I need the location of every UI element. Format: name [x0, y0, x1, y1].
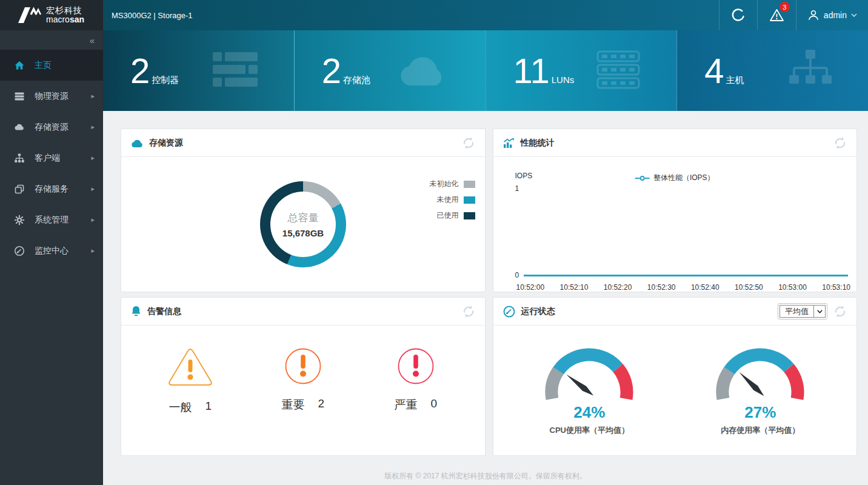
sidebar-item-storage-services[interactable]: 存储服务 ▸	[0, 173, 103, 204]
user-menu[interactable]: admin	[796, 0, 868, 30]
logo-english: macrosan	[46, 15, 84, 24]
stats-band: 2控制器 2存储池 11LUNs	[103, 30, 868, 111]
cpu-gauge: 24% CPU使用率（平均值）	[540, 341, 638, 436]
gauge-needle	[564, 372, 595, 398]
stat-label: 主机	[726, 75, 744, 86]
sidebar-nav: 主页 物理资源 ▸ 存储资源 ▸ 客户端 ▸ 存储服	[0, 50, 103, 266]
sidebar-item-label: 客户端	[35, 153, 60, 164]
warning-triangle-icon	[167, 347, 213, 387]
host-tree-icon	[789, 50, 832, 92]
sidebar-item-monitoring-center[interactable]: 监控中心 ▸	[0, 235, 103, 266]
legend-item: 未初始化	[430, 179, 475, 189]
home-icon	[13, 59, 25, 72]
refresh-icon[interactable]	[462, 136, 475, 150]
alarm-label: 重要	[281, 397, 304, 413]
sidebar-item-physical-resources[interactable]: 物理资源 ▸	[0, 81, 103, 112]
legend-item: 未使用	[430, 195, 475, 205]
stat-label: 控制器	[152, 75, 179, 86]
aggregation-select[interactable]: 平均值	[778, 303, 827, 319]
chevron-right-icon: ▸	[91, 154, 95, 162]
sidebar-item-home[interactable]: 主页	[0, 50, 103, 81]
alarm-bell-button[interactable]: 3	[757, 0, 796, 30]
series-name: 整体性能（IOPS）	[653, 173, 715, 183]
panel-header: 性能统计	[493, 129, 857, 157]
major-circle-icon	[284, 347, 322, 385]
macrosan-logo-icon	[17, 5, 42, 25]
system-title: MS3000G2 | Storage-1	[112, 11, 192, 20]
alarm-count-badge[interactable]: 3	[780, 2, 790, 12]
sidebar-item-storage-resources[interactable]: 存储资源 ▸	[0, 112, 103, 142]
legend-swatch	[464, 181, 475, 188]
sidebar-collapse-button[interactable]: «	[0, 30, 103, 50]
x-tick: 10:52:20	[604, 283, 632, 292]
memory-gauge: 27% 内存使用率（平均值）	[711, 341, 809, 436]
sidebar-item-system-management[interactable]: 系统管理 ▸	[0, 204, 103, 235]
sidebar-item-label: 物理资源	[35, 91, 68, 102]
legend-swatch	[464, 196, 475, 204]
main-content: 2控制器 2存储池 11LUNs	[103, 30, 868, 485]
x-tick: 10:52:00	[516, 283, 545, 292]
x-axis-ticks: 10:52:00 10:52:10 10:52:20 10:52:30 10:5…	[516, 283, 851, 292]
bell-icon	[131, 306, 141, 317]
x-tick: 10:53:10	[822, 283, 850, 292]
logo-en-bold: san	[70, 15, 84, 24]
stat-tile-luns[interactable]: 11LUNs	[486, 30, 677, 111]
chevron-right-icon: ▸	[91, 123, 95, 131]
app-logo[interactable]: 宏杉科技 macrosan	[0, 0, 103, 30]
header-actions: 3 admin	[719, 0, 868, 30]
x-tick: 10:52:50	[735, 283, 763, 292]
panel-header: 运行状态 平均值	[493, 298, 857, 326]
legend-item: 已使用	[430, 210, 475, 221]
donut-legend: 未初始化 未使用 已使用	[430, 179, 475, 226]
alarm-major[interactable]: 重要2	[277, 347, 329, 415]
x-tick: 10:53:00	[778, 283, 807, 292]
sidebar: « 主页 物理资源 ▸ 存储资源 ▸ 客户端 ▸	[0, 30, 103, 485]
select-arrow-icon	[813, 306, 825, 317]
running-status-panel: 运行状态 平均值	[493, 297, 858, 456]
refresh-spinner-button[interactable]	[719, 0, 757, 30]
copy-windows-icon	[13, 183, 25, 195]
alarm-label: 一般	[169, 400, 192, 415]
chevron-right-icon: ▸	[91, 185, 95, 193]
capacity-donut-chart: 总容量 15,678GB	[260, 181, 346, 267]
stat-tile-storage-pools[interactable]: 2存储池	[294, 30, 486, 111]
iops-series-line	[524, 275, 849, 276]
sidebar-item-clients[interactable]: 客户端 ▸	[0, 142, 103, 173]
alarm-critical[interactable]: 严重0	[390, 347, 442, 415]
username: admin	[824, 10, 847, 20]
alarm-label: 严重	[394, 397, 417, 413]
panel-title: 性能统计	[521, 138, 555, 149]
memory-gauge-chart	[711, 341, 809, 402]
critical-circle-icon	[397, 347, 435, 385]
gauges-area: 24% CPU使用率（平均值） 27% 内存使用率（平均值）	[493, 326, 857, 455]
series-marker-icon	[635, 176, 650, 181]
panel-title: 告警信息	[147, 306, 181, 317]
stat-tile-controllers[interactable]: 2控制器	[103, 30, 294, 111]
user-icon	[807, 9, 820, 21]
lun-array-icon	[596, 50, 640, 92]
chart-legend[interactable]: 整体性能（IOPS）	[635, 173, 715, 183]
alarm-warning[interactable]: 一般1	[164, 347, 216, 415]
sidebar-item-label: 主页	[35, 60, 52, 71]
copyright-footer: 版权所有 © 2017 杭州宏杉科技股份有限公司。保留所有权利。	[103, 471, 868, 481]
cloud-icon	[13, 121, 25, 133]
logo-chinese: 宏杉科技	[46, 6, 84, 15]
dashboard-grid: 存储资源 总容量 15,678GB 未初始化 未使用 已使用	[121, 129, 857, 456]
panel-header: 存储资源	[121, 129, 485, 157]
stat-tile-hosts[interactable]: 4主机	[676, 30, 868, 111]
stat-value: 11	[513, 53, 550, 89]
gauge-label: 内存使用率（平均值）	[721, 425, 800, 436]
gauge-needle	[737, 370, 766, 398]
donut-center-label: 总容量	[288, 211, 319, 225]
panel-title: 运行状态	[521, 306, 555, 317]
title-bar: MS3000G2 | Storage-1 3 a	[103, 0, 868, 30]
storage-resources-panel: 存储资源 总容量 15,678GB 未初始化 未使用 已使用	[121, 129, 486, 292]
top-header: 宏杉科技 macrosan MS3000G2 | Storage-1 3	[0, 0, 868, 30]
refresh-icon[interactable]	[833, 305, 847, 318]
refresh-icon[interactable]	[462, 305, 475, 318]
stat-label: 存储池	[343, 75, 370, 86]
refresh-icon[interactable]	[833, 136, 847, 150]
alarm-count: 1	[205, 400, 212, 415]
stat-value: 2	[322, 53, 341, 89]
legend-label: 已使用	[437, 210, 459, 221]
